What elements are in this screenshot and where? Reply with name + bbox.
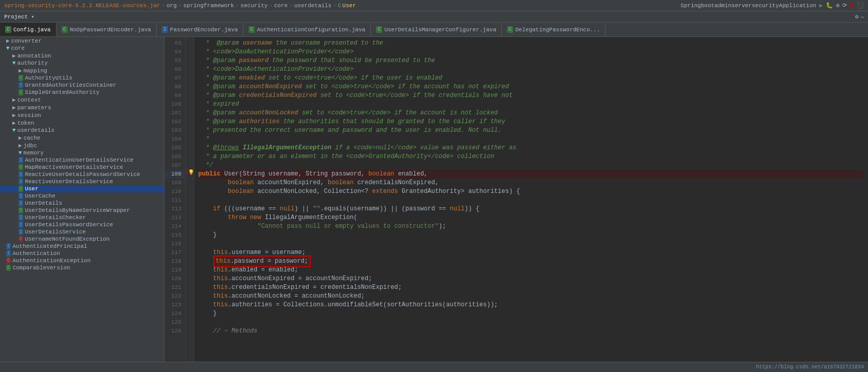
sidebar-item-mruds[interactable]: C MapReactiveUserDetailsService — [0, 164, 164, 171]
tab-icon-config: C — [5, 26, 11, 33]
project-label[interactable]: Project — [4, 14, 28, 20]
folder-icon-mapping: ▶ — [18, 67, 22, 74]
line-numbers: 93 94 95 96 97 98 99 100 101 102 103 104… — [164, 37, 186, 372]
gutter: @ 💡 — [186, 37, 194, 372]
code-line-109: boolean accountNonExpired, boolean crede… — [198, 179, 864, 187]
sidebar-item-comparableversion[interactable]: C ComparableVersion — [0, 264, 164, 271]
code-line-114: "Cannot pass null or empty values to con… — [198, 222, 864, 231]
sidebar-item-usercache[interactable]: I UserCache — [0, 192, 164, 200]
dropdown-icon[interactable]: ▾ — [31, 13, 34, 20]
tab-icon-ac: C — [249, 26, 255, 33]
folder-icon-cache: ▶ — [18, 134, 22, 141]
sidebar-item-authentication[interactable]: I Authentication — [0, 250, 164, 257]
tab-authconfig[interactable]: C AuthenticationConfiguration.java — [243, 23, 371, 36]
sidebar-item-jdbc[interactable]: ▶ jdbc — [0, 142, 164, 149]
sidebar-item-cache[interactable]: ▶ cache — [0, 134, 164, 142]
status-bar: https://blog.csdn.net/a167932721834 — [0, 362, 868, 372]
code-line-101: * @param accountNonLocked set to <code>t… — [198, 109, 864, 118]
breadcrumb-core[interactable]: core — [274, 3, 288, 9]
breadcrumb-org[interactable]: org — [166, 3, 177, 9]
sidebar-item-udps[interactable]: I UserDetailsPasswordService — [0, 221, 164, 228]
code-line-126: // ~ Methods — [198, 327, 864, 336]
breadcrumb-class[interactable]: User — [343, 3, 356, 9]
toolbar-icon-3[interactable]: ⬛ — [857, 2, 864, 9]
breadcrumb-bar: spring-security-core-5.2.2.RELEASE-sourc… — [0, 0, 868, 11]
settings-icon-2[interactable]: ⚙ — [855, 13, 859, 20]
breadcrumb-springframework[interactable]: springframework — [183, 3, 234, 9]
lamp-icon[interactable]: 💡 — [188, 169, 194, 175]
code-line-94: * <code>DaoAuthenticationProvider</code> — [198, 48, 864, 56]
sidebar-item-simplegrantedauth[interactable]: C SimpleGrantedAuthority — [0, 89, 164, 96]
folder-icon-converter: ▶ — [6, 37, 10, 44]
sidebar-item-session[interactable]: ▶ session — [0, 111, 164, 119]
code-line-96: * <code>DaoAuthenticationProvider</code> — [198, 65, 864, 74]
code-line-104: * — [198, 135, 864, 144]
sidebar-item-authedprincipal[interactable]: I AuthenticatedPrincipal — [0, 243, 164, 250]
debug-icon[interactable]: 🐛 — [826, 2, 833, 9]
class-icon-unfe: C — [18, 236, 23, 242]
settings-icon[interactable]: ⚙ — [836, 2, 840, 9]
tab-icon-umc: C — [376, 26, 382, 33]
minimize-icon[interactable]: — — [860, 14, 864, 20]
sidebar-item-udchecker[interactable]: I UserDetailsChecker — [0, 214, 164, 221]
code-line-98: * @param accountNonExpired set to <code>… — [198, 83, 864, 91]
code-line-119: this.enabled = enabled; — [198, 266, 864, 275]
sidebar-item-authorityutils[interactable]: C AuthorityUtils — [0, 74, 164, 82]
interface-icon-gac: I — [18, 82, 23, 88]
tab-config[interactable]: C Config.java — [0, 23, 56, 36]
sidebar-item-authority[interactable]: ▼ authority — [0, 60, 164, 67]
sidebar-item-annotation[interactable]: ▶ annotation — [0, 52, 164, 60]
interface-icon-ap: I — [6, 243, 11, 249]
sidebar-item-rudps[interactable]: I ReactiveUserDetailsPasswordService — [0, 171, 164, 178]
tab-udmconfigurer[interactable]: C UserDetailsManagerConfigurer.java — [371, 23, 502, 36]
sidebar-item-core[interactable]: ▼ core — [0, 45, 164, 52]
tab-nooppassword[interactable]: C NoOpPasswordEncoder.java — [56, 23, 157, 36]
breadcrumb-jar[interactable]: spring-security-core-5.2.2.RELEASE-sourc… — [4, 3, 160, 9]
toolbar-icon-1[interactable]: ⟳ — [842, 2, 847, 9]
sidebar-item-authexception[interactable]: C AuthenticationException — [0, 257, 164, 264]
code-line-115: } — [198, 231, 864, 240]
run-config-label[interactable]: SpringbootadminserversecurityApplication — [681, 3, 816, 9]
sidebar-item-userdetails[interactable]: ▼ userdetails — [0, 127, 164, 134]
sidebar-item-token[interactable]: ▶ token — [0, 119, 164, 127]
interface-icon-rudps: I — [18, 171, 23, 178]
class-icon-user: C — [18, 186, 23, 192]
code-line-97: * @param enabled set to <code>true</code… — [198, 74, 864, 83]
code-line-112: if (((username == null) || "".equals(use… — [198, 205, 864, 213]
class-icon: C — [338, 3, 342, 9]
class-icon-sga: C — [18, 89, 23, 95]
sidebar-item-parameters[interactable]: ▶ parameters — [0, 104, 164, 111]
sidebar-item-memory[interactable]: ▼ memory — [0, 149, 164, 156]
sidebar-item-unfe[interactable]: C UsernameNotFoundException — [0, 236, 164, 243]
tab-label-config: Config.java — [13, 27, 51, 33]
code-line-100: * expired — [198, 100, 864, 109]
breakpoint-108[interactable]: @ 💡 — [186, 168, 194, 177]
folder-icon-jdbc: ▶ — [18, 142, 22, 149]
sidebar-item-context[interactable]: ▶ context — [0, 96, 164, 104]
code-line-116 — [198, 240, 864, 248]
breadcrumb-userdetails[interactable]: userdetails — [294, 3, 332, 9]
breadcrumb-security[interactable]: security — [240, 3, 268, 9]
code-line-102: * @param authorities the authorities tha… — [198, 118, 864, 126]
tab-passwordencoder[interactable]: I PasswordEncoder.java — [157, 23, 243, 36]
sidebar-item-udbnswrapper[interactable]: C UserDetailsByNameServiceWrapper — [0, 207, 164, 214]
sidebar-item-uds[interactable]: I UserDetailsService — [0, 228, 164, 236]
sidebar-item-userdetails-class[interactable]: I UserDetails — [0, 200, 164, 207]
class-icon-udnsw: C — [18, 207, 23, 213]
code-line-105: * @throws IllegalArgumentException if a … — [198, 144, 864, 152]
run-arrow-icon[interactable]: ▶ — [819, 2, 823, 9]
sidebar-item-converter[interactable]: ▶ converter — [0, 37, 164, 45]
code-line-106: * a parameter or as an element in the <c… — [198, 152, 864, 161]
toolbar-icon-2[interactable]: ■ — [850, 3, 854, 9]
sidebar-item-ruds[interactable]: I ReactiveUserDetailsService — [0, 178, 164, 185]
folder-icon-context: ▶ — [12, 96, 16, 103]
tab-delegating[interactable]: C DelegatingPasswordEnco... — [502, 23, 606, 36]
code-area[interactable]: 93 94 95 96 97 98 99 100 101 102 103 104… — [164, 37, 868, 372]
sidebar-item-user[interactable]: C User — [0, 185, 164, 192]
sidebar-item-mapping[interactable]: ▶ mapping — [0, 67, 164, 74]
class-icon-cv: C — [6, 265, 11, 271]
tab-bar: C Config.java C NoOpPasswordEncoder.java… — [0, 23, 868, 37]
title-bar: Project ▾ ⚙ — — [0, 11, 868, 23]
sidebar-item-grantedauthcont[interactable]: I GrantedAuthoritiesContainer — [0, 82, 164, 89]
sidebar-item-auds[interactable]: I AuthenticationUserDetailsService — [0, 156, 164, 164]
